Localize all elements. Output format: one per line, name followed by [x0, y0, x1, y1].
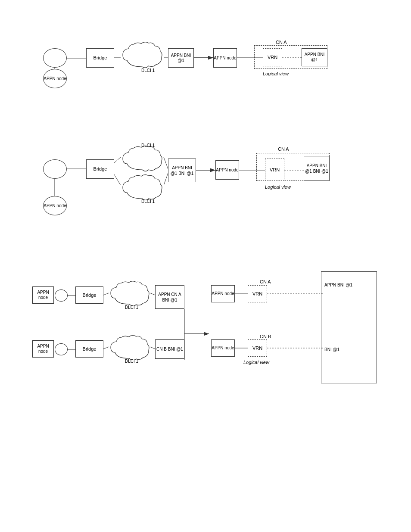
svg-line-11	[114, 174, 121, 185]
diagram-3: APPN node Bridge DLCI 1 APPN CN A BNI @1	[32, 267, 386, 396]
ellipse-3a	[55, 289, 68, 302]
vrn-box-1: VRN	[263, 48, 282, 66]
diagram-2: APPN node Bridge DLCI 1 DLCI 1	[43, 134, 379, 228]
logical-view-3: Logical view	[243, 360, 269, 365]
outer-box-3	[321, 271, 377, 383]
appn-node-box-3br: APPN node	[211, 339, 235, 357]
appn-cna-box-3: APPN CN A BNI @1	[155, 285, 184, 309]
appn-node-ellipse-1: APPN node	[43, 69, 67, 88]
appn-label-3a: APPN BNI @1	[324, 282, 352, 288]
cn-a-label-2: CN A	[278, 146, 289, 152]
appn-bni-box-1r: APPN BNI @1	[302, 48, 327, 66]
bridge-box-1: Bridge	[86, 48, 114, 68]
diagram-1: APPN node Bridge DLCI 1 APPN BNI @1	[43, 26, 379, 112]
cn-a-label-3: CN A	[260, 279, 271, 284]
cn-b-label-3: CN B	[260, 334, 271, 339]
bridge-box-3b: Bridge	[75, 340, 103, 358]
cloud-2a	[121, 146, 164, 171]
svg-line-32	[184, 309, 209, 334]
logical-view-2: Logical view	[265, 184, 291, 190]
ellipse-3b	[55, 343, 68, 355]
bridge-box-2: Bridge	[86, 159, 114, 179]
appn-node-box-3a: APPN node	[32, 286, 54, 304]
dlci-label-3b: DLCI 1	[125, 359, 138, 364]
vrn-box-2: VRN	[265, 159, 284, 181]
dlci-label-3a: DLCI 1	[125, 305, 138, 310]
logical-view-1: Logical view	[263, 71, 289, 76]
dlci-label-1: DLCI 1	[141, 68, 155, 73]
svg-line-12	[164, 157, 168, 169]
appn-bni-box-2r: APPN BNI @1 BNI @1	[304, 156, 330, 181]
bni-label-3b: BNI @1	[324, 347, 339, 352]
appn-bni-box-1: APPN BNI @1	[168, 48, 194, 68]
appn-node-ellipse-2: APPN node	[43, 196, 67, 215]
cnb-bni-box-3: CN B BNI @1	[155, 339, 184, 359]
svg-line-28	[103, 347, 109, 349]
cloud-3b	[109, 335, 150, 360]
vrn-box-3a: VRN	[248, 285, 267, 302]
dlci-label-2b: DLCI 1	[141, 199, 155, 204]
cn-a-label-1: CN A	[276, 40, 287, 45]
svg-line-19	[103, 293, 109, 295]
cloud-2b	[121, 174, 164, 200]
appn-node-box-1: APPN node	[213, 48, 237, 68]
appn-bni-box-2: APPN BNI @1 BNI @1	[168, 159, 196, 182]
appn-node-box-2: APPN node	[215, 160, 239, 180]
vrn-box-3b: VRN	[248, 339, 267, 357]
main-ellipse-2	[43, 159, 67, 179]
bridge-box-3a: Bridge	[75, 286, 103, 304]
appn-node-box-3b: APPN node	[32, 340, 54, 358]
appn-node-box-3ar: APPN node	[211, 285, 235, 302]
cloud-1	[121, 41, 164, 69]
svg-line-13	[164, 173, 168, 185]
page: APPN node Bridge DLCI 1 APPN BNI @1	[0, 0, 411, 532]
dlci-label-2a: DLCI 1	[141, 143, 155, 148]
cloud-3a	[109, 281, 150, 306]
svg-line-20	[150, 293, 155, 295]
svg-line-10	[114, 157, 121, 163]
svg-line-29	[150, 347, 155, 349]
main-ellipse-1	[43, 48, 67, 68]
